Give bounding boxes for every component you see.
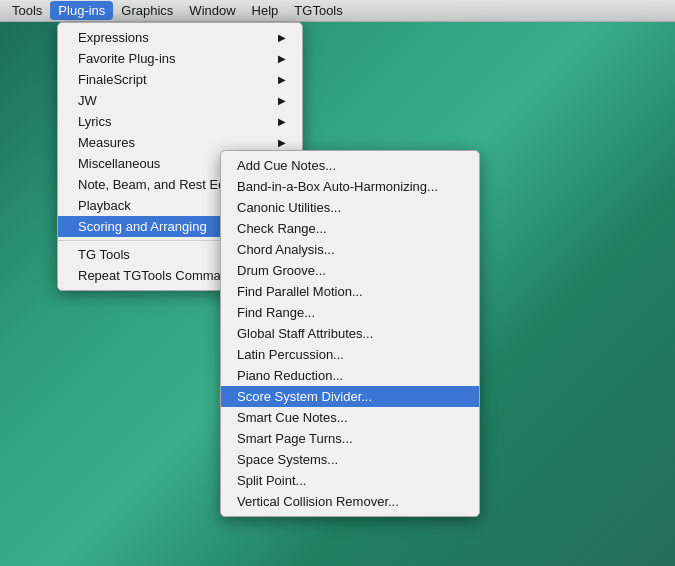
submenu-arrow: ▶ <box>278 116 286 127</box>
plugins-item-expressions[interactable]: Expressions ▶ <box>58 27 302 48</box>
scoring-item-band-in-a-box[interactable]: Band-in-a-Box Auto-Harmonizing... <box>221 176 479 197</box>
scoring-item-latin-percussion[interactable]: Latin Percussion... <box>221 344 479 365</box>
plugins-item-finalescript[interactable]: FinaleScript ▶ <box>58 69 302 90</box>
scoring-item-vertical-collision[interactable]: Vertical Collision Remover... <box>221 491 479 512</box>
menubar: Tools Plug-ins Graphics Window Help TGTo… <box>0 0 675 22</box>
scoring-item-split-point[interactable]: Split Point... <box>221 470 479 491</box>
scoring-item-check-range[interactable]: Check Range... <box>221 218 479 239</box>
plugins-item-jw[interactable]: JW ▶ <box>58 90 302 111</box>
scoring-item-global-staff[interactable]: Global Staff Attributes... <box>221 323 479 344</box>
scoring-item-drum-groove[interactable]: Drum Groove... <box>221 260 479 281</box>
scoring-item-add-cue[interactable]: Add Cue Notes... <box>221 155 479 176</box>
scoring-item-smart-cue[interactable]: Smart Cue Notes... <box>221 407 479 428</box>
submenu-arrow: ▶ <box>278 74 286 85</box>
menubar-item-plugins[interactable]: Plug-ins <box>50 1 113 20</box>
plugins-item-lyrics[interactable]: Lyrics ▶ <box>58 111 302 132</box>
scoring-item-piano-reduction[interactable]: Piano Reduction... <box>221 365 479 386</box>
submenu-arrow: ▶ <box>278 95 286 106</box>
submenu-arrow: ▶ <box>278 32 286 43</box>
scoring-item-chord-analysis[interactable]: Chord Analysis... <box>221 239 479 260</box>
submenu-arrow: ▶ <box>278 137 286 148</box>
scoring-item-canonic[interactable]: Canonic Utilities... <box>221 197 479 218</box>
scoring-item-find-parallel[interactable]: Find Parallel Motion... <box>221 281 479 302</box>
scoring-item-find-range[interactable]: Find Range... <box>221 302 479 323</box>
menubar-item-tgtools[interactable]: TGTools <box>286 1 350 20</box>
submenu-arrow: ▶ <box>278 53 286 64</box>
scoring-item-space-systems[interactable]: Space Systems... <box>221 449 479 470</box>
menubar-item-window[interactable]: Window <box>181 1 243 20</box>
scoring-submenu: Add Cue Notes... Band-in-a-Box Auto-Harm… <box>220 150 480 517</box>
scoring-item-score-system-divider[interactable]: Score System Divider... <box>221 386 479 407</box>
menubar-item-tools[interactable]: Tools <box>4 1 50 20</box>
menubar-item-graphics[interactable]: Graphics <box>113 1 181 20</box>
plugins-item-favorite[interactable]: Favorite Plug-ins ▶ <box>58 48 302 69</box>
menubar-item-help[interactable]: Help <box>244 1 287 20</box>
scoring-item-smart-page[interactable]: Smart Page Turns... <box>221 428 479 449</box>
